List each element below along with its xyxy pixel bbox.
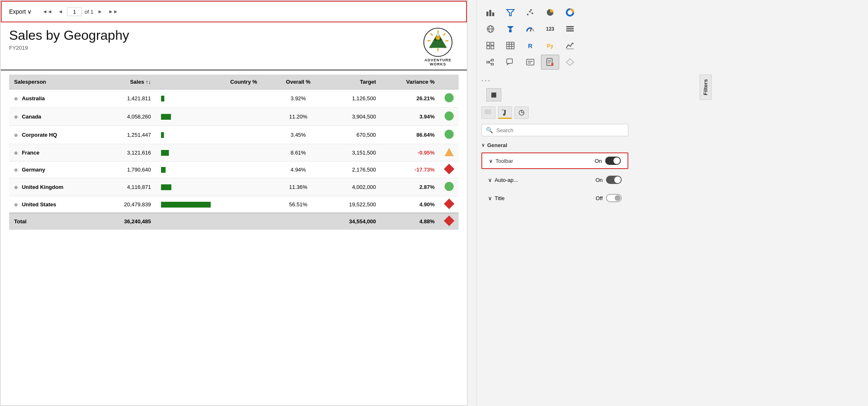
svg-marker-16 [507, 10, 514, 16]
cell-salesperson: ⊕ Australia [9, 89, 100, 108]
cell-country-pct [216, 108, 272, 126]
donut-chart-icon[interactable] [561, 5, 579, 20]
svg-rect-33 [491, 46, 494, 49]
svg-line-56 [568, 60, 572, 64]
python-visual-icon[interactable]: Py [541, 38, 559, 53]
table-icon[interactable] [501, 38, 519, 53]
format-icons-row [476, 105, 633, 121]
toolbar-toggle-switch[interactable] [605, 157, 621, 165]
cell-country-pct [216, 144, 272, 162]
smart-narrative-icon[interactable] [521, 55, 539, 70]
cell-target: 4,002,000 [325, 178, 381, 196]
matrix-icon[interactable] [481, 38, 500, 53]
list-icon[interactable] [561, 22, 579, 36]
row-expand-icon[interactable]: ⊕ [14, 150, 18, 155]
footer-overall-pct [272, 213, 325, 230]
bar-chart-icon[interactable] [481, 5, 500, 20]
export-button[interactable]: Export ∨ [7, 7, 34, 17]
nav-last-button[interactable]: ►► [107, 8, 120, 15]
col-header-variance-pct[interactable]: Variance % [381, 75, 440, 89]
pie-chart-icon[interactable] [541, 5, 559, 20]
report-header: Sales by Geography FY2019 [1, 22, 467, 70]
nav-next-button[interactable]: ► [96, 8, 104, 15]
format-grid-icon[interactable] [481, 106, 495, 119]
number-card-icon[interactable]: 123 [541, 22, 559, 36]
row-expand-icon[interactable]: ⊕ [14, 96, 18, 101]
xl-icon-button[interactable]: ⬛ [486, 88, 501, 102]
row-expand-icon[interactable]: ⊕ [14, 114, 18, 119]
more-icons-dots[interactable]: ... [476, 73, 633, 85]
table-wrapper: Salesperson Sales ↑↓ Country % Overall %… [1, 70, 467, 405]
general-section-header[interactable]: ∨ General [476, 140, 633, 151]
paginated-report-icon[interactable] [541, 55, 559, 70]
report-toolbar: Export ∨ ◄◄ ◄ of 1 ► ►► [1, 1, 467, 22]
nav-first-button[interactable]: ◄◄ [41, 8, 54, 15]
title-expand-icon[interactable]: ∨ [488, 195, 492, 201]
col-header-target[interactable]: Target [325, 75, 381, 89]
svg-rect-25 [509, 29, 512, 32]
cell-indicator [440, 144, 459, 162]
format-analytics-icon[interactable] [515, 106, 529, 119]
search-input[interactable] [496, 127, 624, 133]
table-row: ⊕ United Kingdom 4,116,871 11.36% 4,002,… [9, 178, 459, 196]
title-label: Title [495, 195, 505, 201]
page-number-input[interactable] [67, 7, 82, 16]
decomp-tree-icon[interactable] [481, 55, 500, 70]
cell-bar [156, 144, 216, 162]
table-row: ⊕ United States 20,479,839 56.51% 19,522… [9, 196, 459, 213]
scatter-chart-icon[interactable] [521, 5, 539, 20]
gauge-icon[interactable] [521, 22, 539, 36]
col-header-bar [156, 75, 216, 89]
footer-target: 34,554,000 [325, 213, 381, 230]
diamond-icon[interactable] [561, 55, 579, 70]
cell-bar [156, 89, 216, 108]
svg-rect-58 [487, 110, 489, 111]
row-expand-icon[interactable]: ⊕ [14, 185, 18, 190]
svg-rect-31 [491, 42, 494, 45]
svg-rect-64 [502, 109, 504, 111]
table-row: ⊕ France 3,121,616 8.61% 3,151,500 -0.95… [9, 144, 459, 162]
toolbar-toggle-state: On [595, 157, 621, 165]
col-header-overall-pct[interactable]: Overall % [272, 75, 325, 89]
footer-country-pct [216, 213, 272, 230]
col-header-country-pct[interactable]: Country % [216, 75, 272, 89]
globe-icon[interactable] [481, 22, 500, 36]
cell-overall-pct: 11.20% [272, 108, 325, 126]
report-subtitle: FY2019 [9, 45, 417, 51]
cell-salesperson: ⊕ Canada [9, 108, 100, 126]
visualization-icons-grid: 123 R Py [476, 0, 633, 73]
svg-rect-15 [492, 12, 494, 16]
title-toggle-row: ∨ Title Off [481, 191, 628, 205]
svg-rect-14 [489, 10, 491, 16]
filter-icon[interactable] [501, 5, 519, 20]
autoapply-expand-icon[interactable]: ∨ [488, 177, 492, 183]
qa-icon[interactable] [501, 55, 519, 70]
logo-area: ADVENTURE WORKS [417, 27, 459, 66]
toolbar-expand-icon[interactable]: ∨ [489, 158, 493, 164]
filters-tab[interactable]: Filters [700, 75, 712, 100]
format-search-box[interactable]: 🔍 [481, 124, 628, 136]
col-header-salesperson[interactable]: Salesperson [9, 75, 100, 89]
autoapply-toggle-row: ∨ Auto-ap... On [481, 172, 628, 187]
footer-sales: 36,240,485 [100, 213, 156, 230]
cell-target: 2,176,500 [325, 162, 381, 178]
svg-marker-46 [507, 63, 510, 65]
svg-rect-63 [504, 110, 506, 113]
r-visual-icon[interactable]: R [521, 38, 539, 53]
autoapply-label: Auto-ap... [495, 177, 518, 183]
row-expand-icon[interactable]: ⊕ [14, 167, 18, 172]
footer-label: Total [9, 213, 100, 230]
funnel-icon[interactable] [501, 22, 519, 36]
cell-country-pct [216, 126, 272, 144]
title-toggle-switch[interactable] [606, 194, 622, 202]
cell-country-pct [216, 178, 272, 196]
row-expand-icon[interactable]: ⊕ [14, 133, 18, 138]
title-state-text: Off [596, 195, 603, 201]
table-row: ⊕ Australia 1,421,811 3.92% 1,126,500 26… [9, 89, 459, 108]
autoapply-toggle-switch[interactable] [606, 176, 622, 184]
format-paint-icon[interactable] [498, 106, 512, 119]
line-chart-icon[interactable] [561, 38, 579, 53]
col-header-sales[interactable]: Sales ↑↓ [100, 75, 156, 89]
row-expand-icon[interactable]: ⊕ [14, 202, 18, 207]
nav-prev-button[interactable]: ◄ [56, 8, 65, 15]
